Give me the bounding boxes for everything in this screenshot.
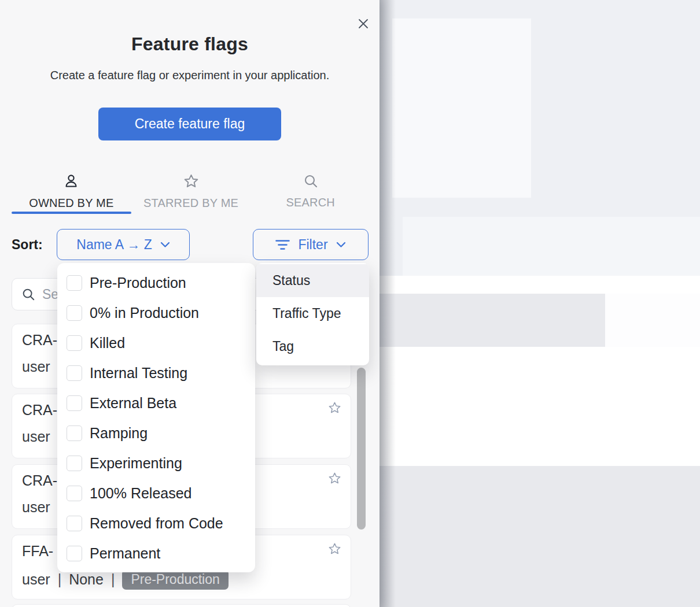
active-tab-underline xyxy=(12,212,131,214)
flag-name: CRA- xyxy=(22,332,57,349)
status-badge: Pre-Production xyxy=(122,569,228,590)
status-option-ramping[interactable]: Ramping xyxy=(57,418,255,448)
status-option-experimenting[interactable]: Experimenting xyxy=(57,448,255,478)
feature-flags-panel: Feature flags Create a feature flag or e… xyxy=(0,0,380,607)
checkbox[interactable] xyxy=(67,546,82,561)
background-block xyxy=(380,466,700,607)
flag-name: FFA- xyxy=(22,543,53,560)
background-block xyxy=(380,294,605,347)
flag-name: CRA- xyxy=(22,472,57,489)
tab-label: SEARCH xyxy=(286,196,335,209)
search-icon xyxy=(303,173,318,191)
star-icon[interactable] xyxy=(328,472,341,485)
chevron-down-icon xyxy=(336,242,346,248)
flag-name: CRA- xyxy=(22,402,57,419)
background-block xyxy=(605,294,700,347)
checkbox[interactable] xyxy=(67,425,82,441)
panel-subtitle: Create a feature flag or experiment in y… xyxy=(0,69,380,82)
filter-label: Filter xyxy=(298,237,327,253)
close-button[interactable] xyxy=(356,17,370,31)
search-icon xyxy=(21,287,35,301)
filter-menu-item-status[interactable]: Status xyxy=(256,264,369,297)
tab-label: STARRED BY ME xyxy=(143,197,238,210)
status-option-permanent[interactable]: Permanent xyxy=(57,538,255,568)
status-option-external-beta[interactable]: External Beta xyxy=(57,388,255,418)
person-icon xyxy=(64,173,79,191)
flag-meta: user xyxy=(22,428,50,445)
checkbox[interactable] xyxy=(67,456,82,471)
page-title: Feature flags xyxy=(0,34,380,55)
sort-label: Sort: xyxy=(12,237,43,253)
checkbox[interactable] xyxy=(67,305,82,321)
background-block xyxy=(392,18,531,198)
separator: | xyxy=(111,571,115,588)
checkbox[interactable] xyxy=(67,486,82,501)
sort-dropdown[interactable]: Name A → Z xyxy=(57,229,190,260)
flag-meta: user xyxy=(22,499,50,516)
panel-drop-shadow xyxy=(380,0,396,607)
star-icon[interactable] xyxy=(328,401,341,414)
checkbox[interactable] xyxy=(67,275,82,291)
status-option-pre-production[interactable]: Pre-Production xyxy=(57,268,255,298)
scrollbar[interactable] xyxy=(357,368,366,530)
flag-meta: user | None | Pre-Production xyxy=(22,569,229,590)
filter-dropdown[interactable]: Filter xyxy=(253,229,369,260)
close-icon xyxy=(358,18,369,29)
star-icon[interactable] xyxy=(328,542,341,556)
status-option-100-released[interactable]: 100% Released xyxy=(57,478,255,508)
flag-meta: user xyxy=(22,358,50,375)
checkbox[interactable] xyxy=(67,516,82,531)
filter-menu-item-traffic-type[interactable]: Traffic Type xyxy=(256,297,369,330)
status-filter-dropdown: Pre-Production 0% in Production Killed I… xyxy=(57,263,255,572)
app-background xyxy=(380,0,700,607)
tab-starred-by-me[interactable]: STARRED BY ME xyxy=(131,171,251,214)
status-option-killed[interactable]: Killed xyxy=(57,328,255,358)
tabs: OWNED BY ME STARRED BY ME SEARCH xyxy=(12,171,370,214)
tab-label: OWNED BY ME xyxy=(29,197,113,210)
flag-traffic-type: user xyxy=(22,571,50,588)
flag-card[interactable] xyxy=(12,604,351,607)
checkbox[interactable] xyxy=(67,335,82,351)
filter-menu-item-tag[interactable]: Tag xyxy=(256,330,369,363)
status-option-removed-from-code[interactable]: Removed from Code xyxy=(57,508,255,538)
chevron-down-icon xyxy=(160,242,170,248)
separator: | xyxy=(58,571,62,588)
tab-search[interactable]: SEARCH xyxy=(250,171,370,214)
star-icon xyxy=(183,173,199,191)
checkbox[interactable] xyxy=(67,365,82,381)
tab-owned-by-me[interactable]: OWNED BY ME xyxy=(12,171,131,214)
flag-rollout: None xyxy=(69,571,104,588)
background-block xyxy=(380,347,700,466)
background-block xyxy=(403,217,700,276)
sort-value: Name A → Z xyxy=(76,237,152,253)
create-feature-flag-button[interactable]: Create feature flag xyxy=(98,108,281,140)
background-block xyxy=(380,276,700,294)
filter-type-menu: Status Traffic Type Tag xyxy=(256,263,369,365)
status-option-internal-testing[interactable]: Internal Testing xyxy=(57,358,255,388)
checkbox[interactable] xyxy=(67,395,82,411)
filter-icon xyxy=(275,239,290,250)
status-option-0-in-production[interactable]: 0% in Production xyxy=(57,298,255,328)
